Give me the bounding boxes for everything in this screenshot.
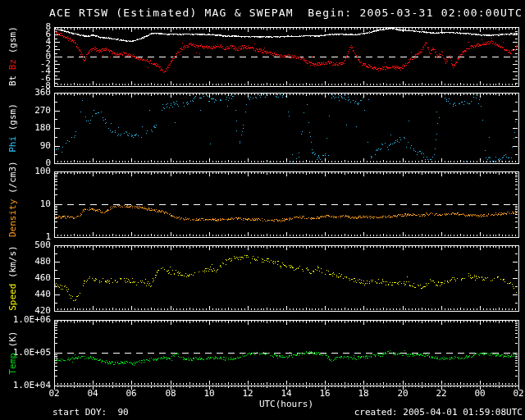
x-axis-title: UTC(hours) [237, 399, 336, 409]
x-tick-label: 12 [234, 389, 262, 399]
x-tick-label: 02 [40, 389, 68, 399]
x-tick-label: 06 [117, 389, 145, 399]
y-axis-label-part: (gsm) [7, 26, 18, 59]
y-axis-label-part: (/cm3) [7, 161, 18, 199]
plot-canvas [0, 0, 525, 420]
y-axis-label-part: (km/s) [7, 245, 18, 283]
x-tick-label: 22 [427, 389, 455, 399]
y-axis-label-bt-bz: Bt Bz (gsm) [7, 27, 19, 86]
y-axis-label-part: Speed [7, 284, 18, 311]
x-tick-label: 08 [157, 389, 185, 399]
y-axis-label-speed: Speed (km/s) [7, 245, 19, 311]
y-axis-label-density: Density (/cm3) [7, 171, 19, 237]
y-axis-label-part: Bt [7, 70, 18, 86]
y-axis-label-part: Temp [7, 353, 18, 375]
y-axis-label-part: Density [7, 199, 18, 237]
ace-rtsw-plot: ACE RTSW (Estimated) MAG & SWEPAM Begin:… [0, 0, 525, 420]
x-tick-label: 04 [79, 389, 107, 399]
x-tick-label: 14 [272, 389, 300, 399]
x-tick-label: 00 [466, 389, 494, 399]
y-axis-label-part: Bz [7, 59, 18, 70]
y-axis-label-part: (K) [7, 331, 18, 354]
x-tick-label: 16 [311, 389, 339, 399]
x-tick-label: 10 [195, 389, 223, 399]
y-axis-label-phi: Phi (gsm) [7, 93, 19, 163]
y-axis-label-part: (gsm) [7, 103, 18, 136]
start-doy-label: start DOY: 90 [52, 407, 129, 418]
x-tick-label: 20 [389, 389, 417, 399]
begin-label: Begin: 2005-03-31 02:00:00UTC [308, 7, 523, 19]
y-axis-label-part: Phi [7, 136, 18, 153]
chart-title: ACE RTSW (Estimated) MAG & SWEPAM [49, 7, 294, 19]
x-tick-label: 02 [504, 389, 525, 399]
x-tick-label: 18 [349, 389, 377, 399]
y-axis-label-temp: Temp (K) [7, 320, 19, 386]
created-label: created: 2005-04-01 01:59:08UTC [354, 407, 523, 418]
